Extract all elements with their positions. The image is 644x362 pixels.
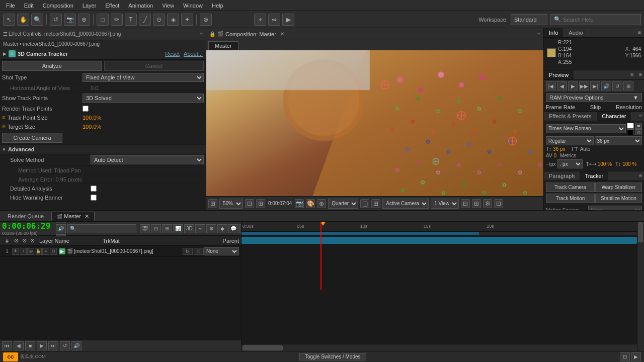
- layer-audio-icon[interactable]: ♪: [20, 248, 27, 255]
- master-tab-close[interactable]: ✕: [85, 213, 89, 219]
- horizontal-scrollbar[interactable]: [242, 344, 637, 351]
- tl-markers-btn[interactable]: ◆: [217, 224, 227, 233]
- target-size-value[interactable]: 100.0%: [83, 124, 101, 130]
- menu-edit[interactable]: Edit: [20, 2, 38, 10]
- tracker-menu-icon[interactable]: ≡: [637, 171, 644, 180]
- tl-comp-btn[interactable]: 🎬: [140, 224, 150, 233]
- prev-loop-btn[interactable]: ↺: [612, 81, 622, 90]
- prev-first-btn[interactable]: |◀: [546, 81, 556, 90]
- effects-menu-icon[interactable]: ≡: [637, 112, 644, 121]
- about-link[interactable]: About...: [184, 51, 203, 57]
- comp-settings-icon[interactable]: ⚙: [483, 199, 492, 208]
- advanced-triangle[interactable]: ▼: [2, 147, 6, 152]
- comp-draft-icon[interactable]: ⊡: [494, 199, 503, 208]
- layer-trkmat-icon[interactable]: ⊡: [194, 248, 204, 255]
- comp-menu-icon[interactable]: ≡: [537, 31, 540, 37]
- indent-select[interactable]: . px: [557, 159, 583, 168]
- tl-search-input[interactable]: [67, 224, 136, 233]
- stroke-color-swatch[interactable]: [627, 129, 634, 135]
- layer-solo-icon[interactable]: ◎: [27, 248, 34, 255]
- character-tab[interactable]: Character: [597, 112, 631, 121]
- prev-fullscreen-btn[interactable]: ⊞: [623, 81, 633, 90]
- comp-color-icon[interactable]: 🎨: [306, 199, 315, 208]
- reset-link[interactable]: Reset: [165, 51, 180, 57]
- layer-lock-icon[interactable]: 🔒: [35, 248, 42, 255]
- comp-safe-icon[interactable]: ⊞: [256, 199, 265, 208]
- info-tab[interactable]: Info: [544, 28, 564, 37]
- shape-tool[interactable]: ✦: [181, 14, 193, 26]
- play-btn[interactable]: ▶: [282, 14, 294, 26]
- camera-select[interactable]: Active Camera: [382, 199, 429, 209]
- master-tab[interactable]: 🎬 Master ✕: [51, 212, 95, 221]
- footer-btn1[interactable]: ⊡: [620, 352, 630, 361]
- effect-toggle-icon[interactable]: ▶: [3, 51, 7, 56]
- swap-icon[interactable]: ⇄: [635, 123, 642, 129]
- scrollbar-thumb-h[interactable]: [243, 345, 283, 350]
- text-tool[interactable]: T: [125, 14, 137, 26]
- show-track-select[interactable]: 3D Solved: [83, 94, 204, 103]
- tl-audio-btn[interactable]: 🔊: [56, 224, 66, 233]
- tl-collapse-btn[interactable]: ⊞: [162, 224, 172, 233]
- tl-hide-btn[interactable]: 👁: [56, 222, 66, 223]
- detailed-analysis-checkbox[interactable]: [91, 186, 97, 192]
- menu-window[interactable]: Window: [179, 2, 207, 10]
- prev-play-btn[interactable]: ▶: [568, 81, 578, 90]
- stabilize-motion-button[interactable]: Stabilize Motion: [595, 194, 642, 203]
- prev-last-btn[interactable]: ▶|: [590, 81, 600, 90]
- vertical-scrollbar[interactable]: [637, 222, 644, 351]
- info-menu-icon[interactable]: ≡: [635, 28, 644, 37]
- puppet-tool[interactable]: ⊛: [200, 14, 212, 26]
- prev-audio-btn[interactable]: 🔊: [601, 81, 611, 90]
- prev-back-btn[interactable]: ◀: [557, 81, 567, 90]
- footer-btn2[interactable]: ▶: [631, 352, 641, 361]
- menu-animation[interactable]: Animation: [124, 2, 157, 10]
- shot-type-select[interactable]: Fixed Angle of View: [83, 73, 204, 82]
- t-size-value[interactable]: 36 px: [553, 146, 565, 152]
- analyze-button[interactable]: Analyze: [2, 61, 102, 71]
- preview-tab[interactable]: Preview: [544, 70, 574, 79]
- stamp-tool[interactable]: ⊙: [153, 14, 165, 26]
- font-style-select[interactable]: Regular: [546, 136, 594, 145]
- comp-fit-icon[interactable]: ⊡: [245, 199, 254, 208]
- parent-select[interactable]: None: [204, 247, 239, 255]
- horiz-scale-value[interactable]: 100 %: [598, 161, 612, 167]
- camera-tool[interactable]: 📷: [64, 14, 76, 26]
- hide-warning-checkbox[interactable]: [91, 195, 97, 201]
- layer-name[interactable]: [meteorShot01_[00000-00667].png]: [74, 248, 181, 254]
- tl-3d-btn[interactable]: 3D: [184, 224, 194, 233]
- create-camera-button[interactable]: Create Camera: [2, 133, 62, 143]
- toggle-switches-button[interactable]: Toggle Switches / Modes: [299, 353, 366, 360]
- menu-file[interactable]: File: [2, 2, 19, 10]
- layer-shy-icon[interactable]: ≡: [42, 248, 49, 255]
- tl-snap-btn[interactable]: ⌖: [195, 224, 205, 233]
- preview-menu-icon[interactable]: ≡: [637, 70, 644, 79]
- paragraph-tab[interactable]: Paragraph: [544, 171, 580, 180]
- 3d-btn[interactable]: ⇔: [268, 14, 280, 26]
- tracker-tab[interactable]: Tracker: [580, 171, 608, 180]
- bot-audio-btn[interactable]: 🔊: [71, 341, 82, 350]
- tracking-value[interactable]: 0: [554, 153, 557, 158]
- preview-close-icon[interactable]: ✕: [627, 70, 637, 79]
- comp-viewer[interactable]: ✿ ✿ ✿ ✿ ✿ ✿ ✿ ✿ ✿ ✿ ✿ ✿ ✿ ✿: [206, 50, 543, 196]
- workspace-select[interactable]: Standard: [511, 14, 547, 25]
- layer-eye-icon[interactable]: 👁: [12, 248, 19, 255]
- comp-3d-icon[interactable]: ⊕: [317, 199, 326, 208]
- effects-tab[interactable]: Effects & Presets: [544, 112, 597, 121]
- zoom-tool[interactable]: 🔍: [31, 14, 43, 26]
- menu-view[interactable]: View: [158, 2, 178, 10]
- motion-source-select[interactable]: None: [588, 206, 642, 210]
- snap-btn[interactable]: ⌖: [254, 14, 266, 26]
- solve-method-select[interactable]: Auto Detect: [91, 155, 204, 164]
- search-input[interactable]: [563, 17, 637, 23]
- ram-preview-btn[interactable]: RAM Preview Options ▼: [546, 93, 642, 102]
- comp-tab-master[interactable]: Master: [208, 41, 238, 50]
- selection-tool[interactable]: ↖: [3, 14, 15, 26]
- menu-layer[interactable]: Layer: [78, 2, 101, 10]
- audio-tab[interactable]: Audio: [564, 28, 588, 37]
- rect-tool[interactable]: □: [97, 14, 109, 26]
- comp-full-icon[interactable]: ⊞: [472, 199, 481, 208]
- layer-fx-icon[interactable]: fx: [183, 248, 193, 255]
- scrollbar-thumb-v[interactable]: [638, 222, 643, 242]
- bot-play-fwd-btn[interactable]: ▶: [37, 341, 47, 350]
- time-ruler[interactable]: 0:00s 05s 10s 15s 20s: [242, 222, 637, 232]
